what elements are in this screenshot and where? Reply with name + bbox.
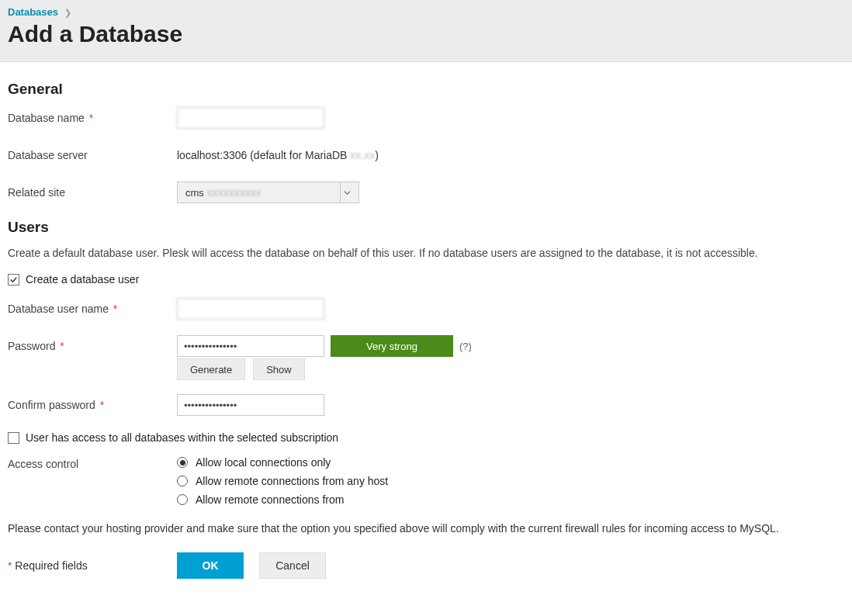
label-access-control: Access control: [8, 456, 177, 470]
generate-button[interactable]: Generate: [177, 358, 245, 380]
row-confirm-password: Confirm password *: [8, 394, 844, 416]
access-local-label: Allow local connections only: [196, 456, 331, 469]
related-site-select[interactable]: cms xxxxxxxxxx: [177, 182, 359, 203]
footer-row: * Required fields OK Cancel: [8, 552, 844, 579]
label-related-site: Related site: [8, 186, 177, 199]
required-asterisk: *: [86, 112, 93, 124]
password-strength-badge: Very strong: [331, 335, 453, 357]
radio-row-any-host: Allow remote connections from any host: [177, 475, 388, 487]
breadcrumb-link-databases[interactable]: Databases: [8, 6, 58, 18]
row-database-name: Database name *: [8, 107, 844, 129]
row-user-name: Database user name *: [8, 298, 844, 320]
row-password-buttons: Generate Show: [177, 358, 844, 380]
header-band: Databases ❯ Add a Database: [0, 0, 852, 62]
create-user-checkbox-label: Create a database user: [26, 273, 139, 286]
all-databases-checkbox[interactable]: [8, 432, 19, 444]
cancel-button[interactable]: Cancel: [259, 552, 326, 579]
breadcrumb: Databases ❯: [8, 6, 844, 18]
section-users-heading: Users: [8, 219, 844, 236]
firewall-note: Please contact your hosting provider and…: [8, 521, 844, 537]
radio-row-from: Allow remote connections from: [177, 493, 388, 506]
help-icon[interactable]: (?): [459, 341, 472, 352]
label-password: Password *: [8, 340, 177, 352]
ok-button[interactable]: OK: [177, 552, 244, 579]
label-database-name: Database name *: [8, 112, 177, 124]
database-server-value: localhost:3306 (default for MariaDB xx.x…: [177, 149, 379, 161]
access-control-radio-group: Allow local connections only Allow remot…: [177, 456, 388, 506]
access-any-host-radio[interactable]: [177, 476, 188, 486]
required-asterisk: *: [97, 399, 104, 411]
label-confirm-password: Confirm password *: [8, 399, 177, 411]
chevron-down-icon: [340, 182, 354, 202]
section-general-heading: General: [8, 81, 844, 98]
required-fields-note: * Required fields: [8, 559, 177, 572]
label-database-server: Database server: [8, 149, 177, 161]
row-create-user-checkbox: Create a database user: [8, 273, 844, 286]
users-help-text: Create a default database user. Plesk wi…: [8, 245, 844, 261]
radio-row-local: Allow local connections only: [177, 456, 388, 469]
access-local-radio[interactable]: [177, 457, 188, 468]
database-name-input[interactable]: [177, 107, 324, 129]
row-database-server: Database server localhost:3306 (default …: [8, 144, 844, 166]
show-button[interactable]: Show: [253, 358, 305, 380]
access-any-host-label: Allow remote connections from any host: [196, 475, 388, 487]
access-from-label: Allow remote connections from: [196, 493, 344, 506]
row-all-db-checkbox: User has access to all databases within …: [8, 431, 844, 444]
row-password: Password * Very strong (?): [8, 335, 844, 357]
create-user-checkbox[interactable]: [8, 274, 19, 286]
password-input[interactable]: [177, 335, 324, 357]
row-access-control: Access control Allow local connections o…: [8, 456, 844, 506]
form-content: General Database name * Database server …: [0, 62, 852, 594]
required-asterisk: *: [57, 340, 64, 352]
row-related-site: Related site cms xxxxxxxxxx: [8, 182, 844, 203]
access-from-radio[interactable]: [177, 494, 188, 505]
page-title: Add a Database: [8, 21, 844, 47]
all-databases-checkbox-label: User has access to all databases within …: [26, 431, 338, 444]
label-user-name: Database user name *: [8, 303, 177, 315]
chevron-right-icon: ❯: [64, 8, 71, 17]
required-asterisk: *: [110, 303, 117, 315]
user-name-input[interactable]: [177, 298, 324, 320]
confirm-password-input[interactable]: [177, 394, 324, 416]
